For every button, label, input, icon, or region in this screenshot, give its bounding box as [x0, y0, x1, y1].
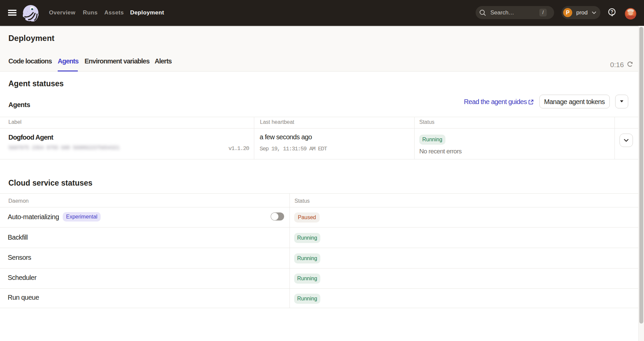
svg-text:?: ?: [610, 9, 613, 14]
